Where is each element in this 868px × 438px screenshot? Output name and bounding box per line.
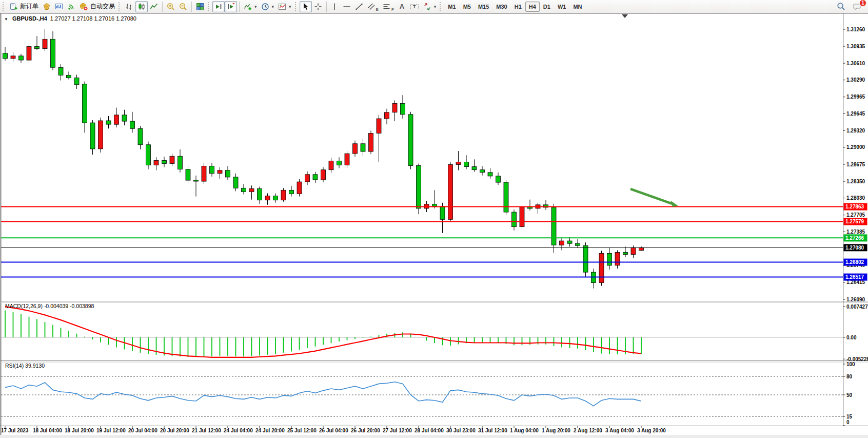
svg-text:1.26517: 1.26517 bbox=[845, 274, 864, 280]
toolbar-grip bbox=[208, 2, 210, 11]
candlestick-icon bbox=[137, 3, 146, 11]
chart-window-icon bbox=[55, 3, 63, 11]
arrows-tool-dropdown-button[interactable] bbox=[421, 1, 439, 12]
clock-icon bbox=[261, 3, 269, 11]
svg-text:1.27080: 1.27080 bbox=[845, 245, 864, 251]
panel-frame bbox=[0, 13, 868, 438]
svg-text:1.30935: 1.30935 bbox=[846, 44, 865, 49]
macd-indicator-label: MACD(12,26,9) -0.004039 -0.003898 bbox=[5, 303, 94, 309]
profile-button[interactable] bbox=[41, 1, 53, 12]
fibo-letter: F bbox=[391, 7, 394, 12]
zoom-out-button[interactable] bbox=[177, 1, 189, 12]
indicators-dropdown-button[interactable] bbox=[242, 1, 259, 12]
chart-shift-icon bbox=[227, 3, 235, 11]
auto-scroll-button[interactable] bbox=[212, 1, 225, 12]
svg-text:1.28350: 1.28350 bbox=[846, 179, 865, 184]
gold-gem-icon bbox=[43, 3, 51, 11]
mt4-window: 新订单 自动交易 bbox=[0, 0, 868, 438]
fibonacci-tool-button[interactable]: F bbox=[381, 1, 396, 12]
timeframe-m1-button[interactable]: M1 bbox=[444, 2, 459, 12]
svg-text:24 Jul 04:00: 24 Jul 04:00 bbox=[224, 428, 253, 433]
timeframe-h4-button[interactable]: H4 bbox=[525, 2, 540, 12]
timeframe-m5-button[interactable]: M5 bbox=[460, 2, 475, 12]
candlestick-mode-button[interactable] bbox=[135, 1, 148, 12]
chart-shift-button[interactable] bbox=[225, 1, 237, 12]
svg-text:3 Aug 04:00: 3 Aug 04:00 bbox=[605, 428, 634, 433]
text-label-tool-button[interactable]: T bbox=[408, 1, 421, 12]
timeframe-m30-button[interactable]: M30 bbox=[492, 2, 510, 12]
periods-dropdown-button[interactable] bbox=[259, 1, 277, 12]
signals-button[interactable] bbox=[65, 1, 77, 12]
equidistant-channel-icon bbox=[367, 3, 376, 11]
autotrading-button[interactable]: 自动交易 bbox=[77, 1, 117, 12]
bar-chart-mode-button[interactable] bbox=[123, 1, 135, 12]
svg-text:1.26802: 1.26802 bbox=[845, 259, 864, 265]
cursor-arrow-icon bbox=[302, 3, 310, 11]
svg-text:3 Aug 20:00: 3 Aug 20:00 bbox=[637, 428, 666, 433]
svg-text:80: 80 bbox=[846, 374, 853, 379]
vertical-line-tool-button[interactable] bbox=[329, 1, 341, 12]
horizontal-level-lines[interactable] bbox=[1, 207, 843, 277]
new-chart-button[interactable] bbox=[53, 1, 65, 12]
timeframe-d1-button[interactable]: D1 bbox=[540, 2, 554, 12]
one-click-collapse-icon[interactable] bbox=[4, 15, 9, 22]
trendline-icon bbox=[355, 3, 363, 11]
text-tool-icon: A bbox=[400, 3, 404, 10]
cursor-tool-button[interactable] bbox=[300, 1, 312, 12]
trendline-tool-button[interactable] bbox=[353, 1, 365, 12]
svg-text:1.29000: 1.29000 bbox=[846, 144, 865, 150]
line-chart-mode-button[interactable] bbox=[148, 1, 160, 12]
svg-text:1.27579: 1.27579 bbox=[845, 219, 864, 224]
svg-text:15: 15 bbox=[846, 414, 853, 420]
svg-text:1.28030: 1.28030 bbox=[846, 195, 865, 201]
svg-text:30 Jul 23:00: 30 Jul 23:00 bbox=[446, 428, 476, 433]
svg-text:26 Jul 04:00: 26 Jul 04:00 bbox=[319, 428, 348, 433]
notifications-button[interactable]: 1 bbox=[851, 1, 864, 12]
zoom-out-icon bbox=[179, 3, 187, 11]
arrows-shapes-icon bbox=[423, 3, 431, 11]
timeframe-m15-button[interactable]: M15 bbox=[475, 2, 492, 12]
toolbar-grip bbox=[3, 2, 5, 11]
toolbar-separator bbox=[162, 2, 163, 12]
search-button[interactable] bbox=[835, 1, 847, 12]
svg-text:100: 100 bbox=[846, 361, 855, 367]
svg-text:1 Aug 20:00: 1 Aug 20:00 bbox=[542, 428, 570, 433]
candlestick-series bbox=[3, 29, 644, 289]
notification-badge: 1 bbox=[859, 0, 866, 7]
new-order-button[interactable]: 新订单 bbox=[7, 1, 41, 12]
svg-text:1.29965: 1.29965 bbox=[846, 94, 865, 100]
svg-text:1.29645: 1.29645 bbox=[846, 111, 865, 117]
text-tool-button[interactable]: A bbox=[396, 1, 408, 12]
svg-text:1.27705: 1.27705 bbox=[846, 212, 865, 218]
channel-tool-button[interactable]: E bbox=[365, 1, 381, 12]
timeframe-mn-button[interactable]: MN bbox=[569, 2, 585, 12]
svg-text:18 Jul 04:00: 18 Jul 04:00 bbox=[33, 428, 62, 433]
svg-text:1.30290: 1.30290 bbox=[846, 77, 865, 83]
svg-text:1.31260: 1.31260 bbox=[846, 27, 865, 32]
toolbar-separator bbox=[239, 2, 240, 12]
tile-windows-button[interactable] bbox=[194, 1, 206, 12]
rsi-title: RSI(14) bbox=[5, 363, 24, 369]
zoom-in-icon bbox=[167, 3, 175, 11]
template-chart-icon bbox=[278, 3, 286, 11]
new-order-icon bbox=[9, 3, 18, 11]
toolbar-grip bbox=[119, 2, 121, 11]
crosshair-icon bbox=[314, 3, 322, 11]
timeframe-h1-button[interactable]: H1 bbox=[511, 2, 525, 12]
zoom-in-button[interactable] bbox=[165, 1, 177, 12]
chart-shift-marker[interactable] bbox=[622, 14, 628, 18]
svg-text:20 Jul 04:00: 20 Jul 04:00 bbox=[128, 428, 157, 433]
macd-panel: 0.0074270.00-0.005226 bbox=[1, 304, 868, 362]
templates-dropdown-button[interactable] bbox=[276, 1, 293, 12]
horizontal-line-tool-button[interactable] bbox=[341, 1, 353, 12]
chart-canvas[interactable]: 1.312601.309351.306101.302901.299651.296… bbox=[0, 0, 868, 438]
green-arrow-annotation[interactable] bbox=[630, 189, 678, 207]
svg-text:1.29320: 1.29320 bbox=[846, 128, 865, 134]
autotrading-icon bbox=[80, 3, 88, 11]
toolbar-grip bbox=[295, 2, 298, 11]
timeframe-w1-button[interactable]: W1 bbox=[554, 2, 570, 12]
svg-text:26 Jul 20:00: 26 Jul 20:00 bbox=[351, 428, 380, 433]
vertical-line-icon bbox=[331, 3, 338, 11]
crosshair-tool-button[interactable] bbox=[312, 1, 324, 12]
svg-text:20 Jul 20:00: 20 Jul 20:00 bbox=[160, 428, 189, 433]
